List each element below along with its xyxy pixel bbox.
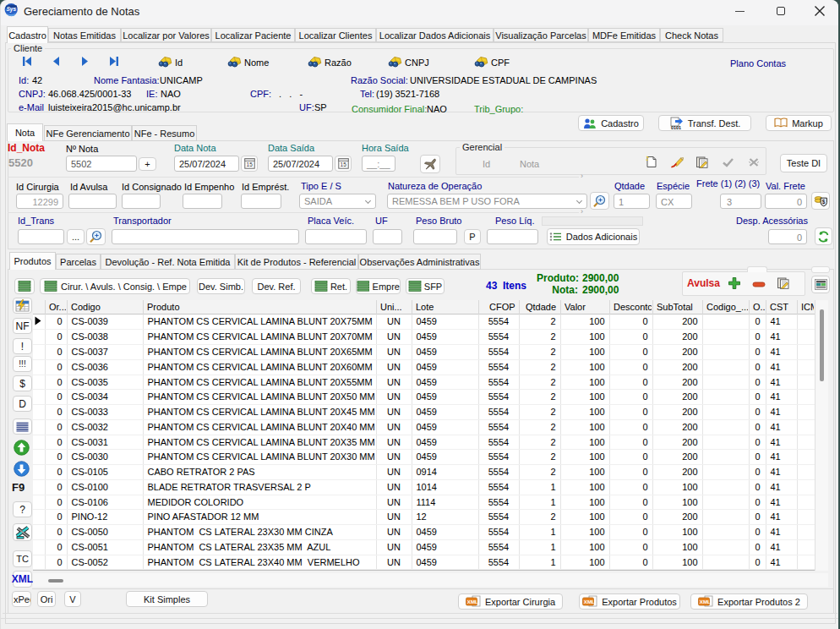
svg-text:0101: 0101 <box>671 125 681 129</box>
svg-text:15: 15 <box>340 161 346 167</box>
svg-text:XML: XML <box>467 599 478 604</box>
svg-text:$: $ <box>821 199 825 205</box>
svg-text:XML: XML <box>700 599 711 604</box>
svg-text:15: 15 <box>246 161 253 167</box>
svg-text:Sys: Sys <box>7 6 17 13</box>
svg-text:XML: XML <box>584 599 595 604</box>
